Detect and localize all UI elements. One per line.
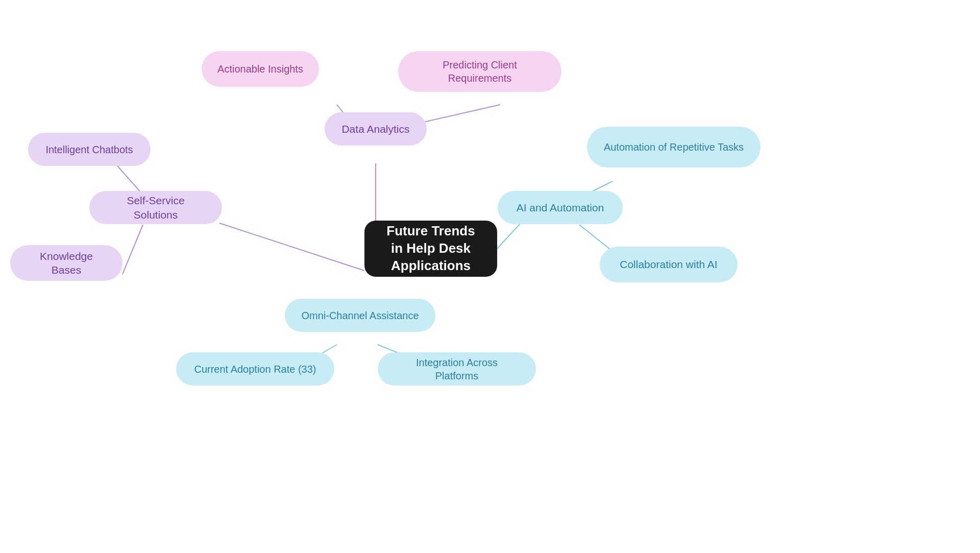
- data-analytics-node: Data Analytics: [325, 112, 427, 146]
- omni-channel-node: Omni-Channel Assistance: [285, 299, 435, 332]
- ai-automation-node: AI and Automation: [498, 191, 623, 224]
- svg-line-3: [219, 223, 364, 271]
- self-service-solutions-node: Self-Service Solutions: [89, 191, 222, 224]
- predicting-client-node: Predicting Client Requirements: [398, 51, 561, 92]
- actionable-insights-node: Actionable Insights: [202, 51, 319, 87]
- automation-repetitive-node: Automation of Repetitive Tasks: [587, 127, 761, 167]
- knowledge-bases-node: Knowledge Bases: [10, 245, 122, 281]
- integration-platforms-node: Integration Across Platforms: [378, 352, 536, 386]
- current-adoption-node: Current Adoption Rate (33): [176, 352, 334, 386]
- svg-line-6: [497, 223, 521, 249]
- collaboration-ai-node: Collaboration with AI: [600, 247, 738, 282]
- svg-line-5: [122, 225, 143, 274]
- center-node: Future Trends in Help Desk Applications: [364, 221, 497, 277]
- intelligent-chatbots-node: Intelligent Chatbots: [28, 133, 151, 166]
